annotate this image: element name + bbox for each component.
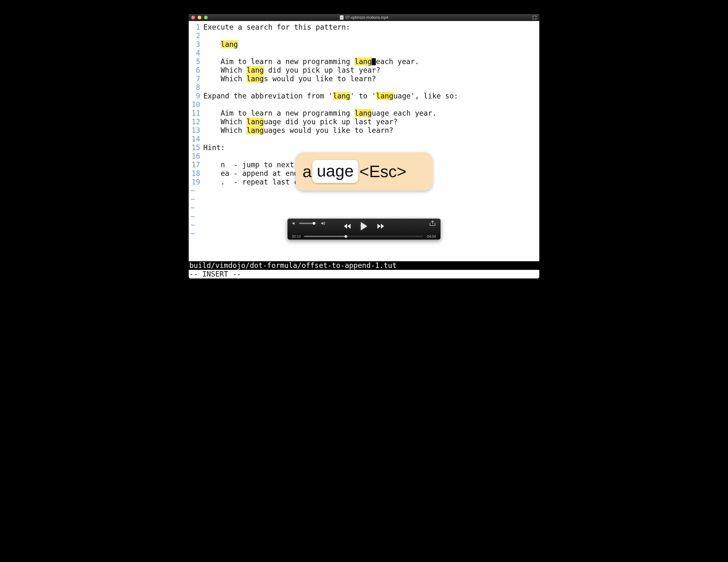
transport-buttons — [344, 222, 384, 232]
editor-line: 6 Which lang did you pick up last year? — [189, 66, 539, 75]
line-content: ea - append at end — [203, 169, 298, 178]
play-button[interactable] — [360, 222, 368, 232]
line-number: 17 — [189, 161, 203, 169]
line-number: 5 — [189, 57, 203, 66]
window-title-text: 07-optimize-motions.mp4 — [346, 15, 389, 20]
share-button[interactable] — [429, 221, 436, 226]
line-content: Which languages would you like to learn? — [203, 126, 393, 135]
line-number: 15 — [189, 143, 203, 152]
fast-forward-button[interactable] — [377, 223, 384, 230]
editor-line: 2 — [189, 32, 539, 40]
volume-high-icon — [321, 221, 325, 226]
editor-line: 8 — [189, 83, 539, 92]
empty-line-tilde: ~ — [189, 195, 539, 204]
editor-line: 15Hint: — [189, 143, 539, 152]
editor-line: 12 Which language did you pick up last y… — [189, 118, 539, 126]
line-number: 11 — [189, 109, 203, 118]
editor-line: 11 Aim to learn a new programming langua… — [189, 109, 539, 118]
share-icon — [429, 221, 436, 226]
line-number: 7 — [189, 75, 203, 83]
editor-line: 10 — [189, 100, 539, 109]
line-number: 2 — [189, 32, 203, 40]
overlay-prefix: a — [302, 162, 312, 181]
window-controls — [191, 16, 208, 19]
vim-statusbar: build/vimdojo/dot-formula/offset-to-appe… — [189, 261, 539, 270]
line-number: 19 — [189, 178, 203, 186]
keystroke-overlay: a uage <Esc> — [295, 152, 433, 191]
line-content: Which language did you pick up last year… — [203, 118, 398, 126]
editor-line: 3 lang — [189, 40, 539, 49]
line-content: Which lang did you pick up last year? — [203, 66, 380, 75]
fullscreen-button[interactable] — [532, 15, 537, 20]
line-number: 16 — [189, 152, 203, 161]
editor-line: 1Execute a search for this pattern: — [189, 23, 539, 32]
line-number: 13 — [189, 126, 203, 135]
line-number: 14 — [189, 135, 203, 143]
line-number: 6 — [189, 66, 203, 75]
rewind-icon — [344, 223, 351, 229]
volume-low-icon — [292, 221, 296, 226]
editor-line: 13 Which languages would you like to lea… — [189, 126, 539, 135]
volume-slider[interactable] — [299, 223, 318, 224]
fast-forward-icon — [377, 223, 384, 229]
file-icon — [340, 15, 344, 20]
rewind-button[interactable] — [344, 223, 351, 230]
line-content: Expand the abbreviation from 'lang' to '… — [203, 92, 458, 100]
volume-control[interactable] — [292, 221, 325, 226]
line-content: lang — [203, 40, 238, 49]
elapsed-time: 02:12 — [292, 235, 301, 238]
overlay-suffix: <Esc> — [360, 162, 406, 181]
line-number: 3 — [189, 40, 203, 49]
video-player-window: 07-optimize-motions.mp4 1Execute a searc… — [189, 14, 539, 279]
close-button[interactable] — [191, 16, 195, 19]
line-number: 8 — [189, 83, 203, 92]
line-content: Aim to learn a new programming language … — [203, 109, 437, 118]
progress-slider[interactable] — [304, 236, 423, 237]
line-number: 12 — [189, 118, 203, 126]
line-content: . - repeat last c — [203, 178, 298, 186]
zoom-button[interactable] — [204, 16, 208, 19]
line-content: Aim to learn a new programming langeach … — [203, 57, 419, 66]
line-content: Hint: — [203, 143, 225, 152]
playback-controls: 02:12 -04:04 — [288, 219, 440, 240]
line-number: 4 — [189, 49, 203, 57]
remaining-time: -04:04 — [426, 235, 436, 238]
line-number: 10 — [189, 100, 203, 109]
editor-line: 5 Aim to learn a new programming langeac… — [189, 57, 539, 66]
line-content: Execute a search for this pattern: — [203, 23, 350, 32]
editor-line: 14 — [189, 135, 539, 143]
window-title: 07-optimize-motions.mp4 — [189, 15, 539, 20]
line-number: 18 — [189, 169, 203, 178]
line-number: 9 — [189, 92, 203, 100]
line-content: n - jump to next — [203, 161, 298, 169]
editor-line: 9Expand the abbreviation from 'lang' to … — [189, 92, 539, 100]
editor-line: 7 Which langs would you like to learn? — [189, 75, 539, 83]
play-icon — [360, 222, 368, 231]
editor-viewport: 1Execute a search for this pattern:23 la… — [189, 21, 539, 261]
editor-line: 4 — [189, 49, 539, 57]
empty-line-tilde: ~ — [189, 204, 539, 212]
line-number: 1 — [189, 23, 203, 32]
titlebar: 07-optimize-motions.mp4 — [189, 14, 539, 21]
vim-mode-indicator: -- INSERT -- — [189, 270, 539, 279]
minimize-button[interactable] — [198, 16, 201, 19]
fullscreen-icon — [533, 16, 536, 19]
overlay-keycap: uage — [312, 160, 358, 183]
line-content: Which langs would you like to learn? — [203, 75, 376, 83]
